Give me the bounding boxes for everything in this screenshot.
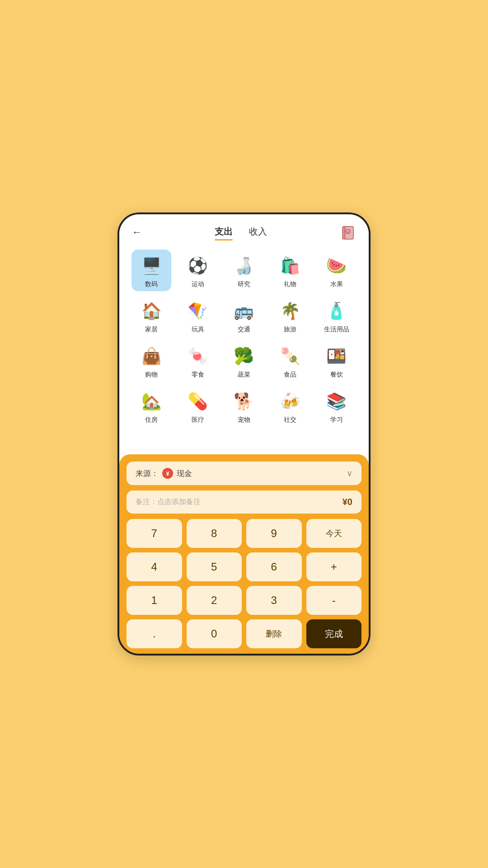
gift-icon: 🛍️ xyxy=(277,253,303,278)
cat-item-snack[interactable]: 🍬零食 xyxy=(178,340,218,382)
housing-icon: 🏡 xyxy=(139,389,164,414)
cat-item-shopping[interactable]: 👜购物 xyxy=(131,340,171,382)
daily-icon: 🧴 xyxy=(324,298,349,324)
key-完成[interactable]: 完成 xyxy=(306,619,362,648)
source-label: 来源： xyxy=(136,468,159,479)
travel-label: 旅游 xyxy=(284,326,296,334)
vegetable-icon: 🥦 xyxy=(231,344,257,369)
study-icon: 📚 xyxy=(324,389,349,414)
source-selector[interactable]: 来源： ¥ 现金 ∨ xyxy=(127,462,361,485)
category-row: 👜购物🍬零食🥦蔬菜🍡食品🍱餐饮 xyxy=(128,340,360,382)
shopping-icon: 👜 xyxy=(139,344,164,369)
note-field[interactable]: 备注：点击添加备注 ¥0 xyxy=(127,491,361,514)
toys-label: 玩具 xyxy=(192,326,204,334)
social-icon: 🍻 xyxy=(277,389,303,414)
transport-icon: 🚌 xyxy=(231,298,257,324)
transport-label: 交通 xyxy=(238,326,250,334)
digital-icon: 🖥️ xyxy=(139,253,164,278)
key-0[interactable]: 0 xyxy=(187,619,242,648)
header-tabs: 支出 收入 xyxy=(142,226,340,240)
cat-item-sports[interactable]: ⚽运动 xyxy=(178,250,218,291)
medical-icon: 💊 xyxy=(185,389,211,414)
calculator-panel: 来源： ¥ 现金 ∨ 备注：点击添加备注 ¥0 789今天456+123-.0删… xyxy=(119,454,369,654)
key-.[interactable]: . xyxy=(127,619,182,648)
chevron-down-icon: ∨ xyxy=(347,468,352,478)
keypad: 789今天456+123-.0删除完成 xyxy=(127,519,361,648)
cat-item-vegetable[interactable]: 🥦蔬菜 xyxy=(224,340,264,382)
cat-item-study[interactable]: 📚学习 xyxy=(317,385,357,427)
note-placeholder: 备注：点击添加备注 xyxy=(136,497,201,507)
svg-rect-1 xyxy=(343,226,346,239)
pet-label: 宠物 xyxy=(238,416,250,424)
key-4[interactable]: 4 xyxy=(127,552,182,581)
cat-item-social[interactable]: 🍻社交 xyxy=(270,385,310,427)
header: ← 支出 收入 ¥ xyxy=(119,214,369,245)
home-icon: 🏠 xyxy=(139,298,164,324)
book-icon[interactable]: ¥ xyxy=(340,224,356,241)
phone-frame: ← 支出 收入 ¥ 🖥️数码⚽运动🍶研究🛍️礼物🍉水果🏠家居🪁玩具🚌交通🌴旅游🧴… xyxy=(117,212,371,656)
cat-item-home[interactable]: 🏠家居 xyxy=(131,295,171,336)
housing-label: 住房 xyxy=(145,416,158,424)
key-6[interactable]: 6 xyxy=(246,552,302,581)
cat-item-housing[interactable]: 🏡住房 xyxy=(131,385,171,427)
research-label: 研究 xyxy=(238,280,250,288)
dining-label: 餐饮 xyxy=(330,371,343,379)
key-2[interactable]: 2 xyxy=(187,586,242,615)
cat-item-travel[interactable]: 🌴旅游 xyxy=(270,295,310,336)
key-+[interactable]: + xyxy=(306,552,362,581)
key-9[interactable]: 9 xyxy=(246,519,302,548)
category-grid: 🖥️数码⚽运动🍶研究🛍️礼物🍉水果🏠家居🪁玩具🚌交通🌴旅游🧴生活用品👜购物🍬零食… xyxy=(119,245,369,454)
dining-icon: 🍱 xyxy=(324,344,349,369)
food-label: 食品 xyxy=(284,371,296,379)
amount-display: ¥0 xyxy=(343,497,352,507)
back-button[interactable]: ← xyxy=(132,226,142,238)
cat-item-fruit[interactable]: 🍉水果 xyxy=(317,250,357,291)
fruit-label: 水果 xyxy=(330,280,343,288)
snack-label: 零食 xyxy=(192,371,204,379)
gift-label: 礼物 xyxy=(284,280,296,288)
study-label: 学习 xyxy=(330,416,343,424)
cat-item-digital[interactable]: 🖥️数码 xyxy=(131,250,171,291)
social-label: 社交 xyxy=(284,416,296,424)
svg-text:¥: ¥ xyxy=(347,231,349,234)
cat-item-transport[interactable]: 🚌交通 xyxy=(224,295,264,336)
travel-icon: 🌴 xyxy=(277,298,303,324)
sports-label: 运动 xyxy=(192,280,204,288)
vegetable-label: 蔬菜 xyxy=(238,371,250,379)
cat-item-gift[interactable]: 🛍️礼物 xyxy=(270,250,310,291)
cat-item-medical[interactable]: 💊医疗 xyxy=(178,385,218,427)
cat-item-toys[interactable]: 🪁玩具 xyxy=(178,295,218,336)
home-label: 家居 xyxy=(145,326,158,334)
digital-label: 数码 xyxy=(145,280,158,288)
cat-item-daily[interactable]: 🧴生活用品 xyxy=(317,295,357,336)
pet-icon: 🐕 xyxy=(231,389,257,414)
key-3[interactable]: 3 xyxy=(246,586,302,615)
daily-label: 生活用品 xyxy=(324,326,349,334)
tab-income[interactable]: 收入 xyxy=(249,226,267,240)
fruit-icon: 🍉 xyxy=(324,253,349,278)
key--[interactable]: - xyxy=(306,586,362,615)
toys-icon: 🪁 xyxy=(185,298,211,324)
snack-icon: 🍬 xyxy=(185,344,211,369)
source-name: 现金 xyxy=(177,468,192,479)
medical-label: 医疗 xyxy=(192,416,204,424)
key-删除[interactable]: 删除 xyxy=(246,619,302,648)
yuan-badge: ¥ xyxy=(162,468,173,479)
category-row: 🖥️数码⚽运动🍶研究🛍️礼物🍉水果 xyxy=(128,250,360,291)
shopping-label: 购物 xyxy=(145,371,158,379)
key-5[interactable]: 5 xyxy=(187,552,242,581)
category-row: 🏠家居🪁玩具🚌交通🌴旅游🧴生活用品 xyxy=(128,295,360,336)
tab-expense[interactable]: 支出 xyxy=(215,226,233,240)
cat-item-pet[interactable]: 🐕宠物 xyxy=(224,385,264,427)
key-7[interactable]: 7 xyxy=(127,519,182,548)
cat-item-dining[interactable]: 🍱餐饮 xyxy=(317,340,357,382)
cat-item-research[interactable]: 🍶研究 xyxy=(224,250,264,291)
key-今天[interactable]: 今天 xyxy=(306,519,362,548)
key-1[interactable]: 1 xyxy=(127,586,182,615)
cat-item-food[interactable]: 🍡食品 xyxy=(270,340,310,382)
key-8[interactable]: 8 xyxy=(187,519,242,548)
category-row: 🏡住房💊医疗🐕宠物🍻社交📚学习 xyxy=(128,385,360,427)
food-icon: 🍡 xyxy=(277,344,303,369)
sports-icon: ⚽ xyxy=(185,253,211,278)
research-icon: 🍶 xyxy=(231,253,257,278)
